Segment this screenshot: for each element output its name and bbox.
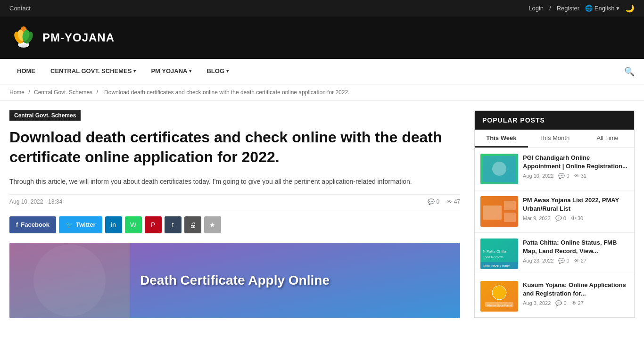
post-title: Kusum Yojana: Online Applications and Re… bbox=[523, 281, 628, 298]
article-area: Central Govt. Schemes Download death cer… bbox=[9, 110, 460, 318]
nav-central-schemes[interactable]: CENTRAL GOVT. SCHEMES ▾ bbox=[43, 59, 143, 84]
language-selector[interactable]: 🌐 English ▾ bbox=[585, 5, 619, 12]
post-comments: 💬 0 bbox=[555, 300, 566, 306]
breadcrumb-current: Download death certificates and check on… bbox=[104, 89, 349, 96]
post-meta: Aug 3, 2022 💬 0 👁 27 bbox=[523, 300, 628, 306]
site-header: PM-YOJANA bbox=[0, 16, 644, 59]
view-count: 👁 47 bbox=[446, 198, 460, 205]
nav-home[interactable]: HOME bbox=[9, 59, 43, 84]
article-intro: Through this article, we will inform you… bbox=[9, 176, 460, 187]
post-thumbnail bbox=[480, 196, 518, 227]
top-bar: Contact Login / Register 🌐 English ▾ 🌙 bbox=[0, 0, 644, 16]
dropdown-arrow-3: ▾ bbox=[226, 68, 229, 74]
category-badge[interactable]: Central Govt. Schemes bbox=[9, 110, 81, 121]
twitter-share-button[interactable]: 🐦 Twitter bbox=[59, 216, 102, 233]
svg-point-11 bbox=[492, 162, 506, 176]
article-meta: Aug 10, 2022 - 13:34 💬 0 👁 47 bbox=[9, 194, 460, 209]
facebook-share-button[interactable]: f Facebook bbox=[9, 216, 56, 233]
post-views: 👁 31 bbox=[574, 173, 586, 179]
post-meta: Aug 23, 2022 💬 0 👁 27 bbox=[523, 258, 628, 264]
bookmark-button[interactable]: ★ bbox=[204, 216, 221, 233]
breadcrumb-sep2: / bbox=[96, 89, 99, 96]
twitter-icon: 🐦 bbox=[66, 221, 73, 228]
post-title: PM Awas Yojana List 2022, PMAY Urban/Rur… bbox=[523, 196, 628, 213]
nav-blog[interactable]: BLOG ▾ bbox=[199, 59, 236, 84]
top-bar-right: Login / Register 🌐 English ▾ 🌙 bbox=[528, 4, 635, 13]
tab-this-week[interactable]: This Week bbox=[475, 130, 528, 148]
post-content: Kusum Yojana: Online Applications and Re… bbox=[523, 281, 628, 312]
comment-count: 💬 0 bbox=[428, 198, 439, 205]
pinterest-icon: P bbox=[151, 221, 155, 229]
print-icon: 🖨 bbox=[190, 221, 196, 229]
pinterest-share-button[interactable]: P bbox=[145, 216, 162, 233]
meta-right: 💬 0 👁 47 bbox=[428, 198, 460, 205]
svg-text:Tamil Nadu Online: Tamil Nadu Online bbox=[483, 264, 510, 268]
whatsapp-icon: W bbox=[130, 221, 136, 229]
logo[interactable]: PM-YOJANA bbox=[9, 24, 115, 52]
register-link[interactable]: Register bbox=[557, 5, 579, 12]
post-content: PGI Chandigarh Online Appointment | Onli… bbox=[523, 154, 628, 184]
facebook-icon: f bbox=[16, 221, 18, 228]
post-date: Mar 9, 2022 bbox=[523, 215, 551, 222]
post-date: Aug 10, 2022 bbox=[523, 173, 553, 179]
post-comments: 💬 0 bbox=[558, 173, 569, 179]
breadcrumb-sep1: / bbox=[28, 89, 32, 96]
login-link[interactable]: Login bbox=[528, 5, 544, 12]
svg-point-22 bbox=[492, 286, 506, 300]
post-comments: 💬 0 bbox=[555, 215, 566, 222]
popular-tabs: This Week This Month All Time bbox=[475, 130, 634, 148]
tumblr-share-button[interactable]: t bbox=[165, 216, 182, 233]
bookmark-icon: ★ bbox=[209, 221, 215, 229]
post-title: PGI Chandigarh Online Appointment | Onli… bbox=[523, 154, 628, 171]
popular-post-item[interactable]: Kusum Solar Panel Kusum Yojana: Online A… bbox=[475, 275, 634, 317]
popular-post-item[interactable]: PGI Chandigarh Online Appointment | Onli… bbox=[475, 148, 634, 190]
linkedin-share-button[interactable]: in bbox=[105, 216, 122, 233]
social-share: f Facebook 🐦 Twitter in W P t 🖨 bbox=[9, 216, 460, 233]
contact-link[interactable]: Contact bbox=[9, 5, 31, 12]
post-date: Aug 23, 2022 bbox=[523, 258, 553, 264]
popular-post-item[interactable]: N Patta Chitta Land Records Tamil Nadu O… bbox=[475, 233, 634, 275]
main-container: Central Govt. Schemes Download death cer… bbox=[0, 101, 644, 328]
linkedin-icon: in bbox=[111, 221, 116, 229]
breadcrumb-home[interactable]: Home bbox=[9, 89, 25, 96]
popular-posts-box: POPULAR POSTS This Week This Month All T… bbox=[474, 110, 635, 318]
main-nav: HOME CENTRAL GOVT. SCHEMES ▾ PM YOJANA ▾… bbox=[0, 59, 644, 84]
dropdown-arrow-2: ▾ bbox=[189, 68, 191, 74]
svg-text:Kusum Solar Panel: Kusum Solar Panel bbox=[487, 304, 512, 307]
post-thumbnail: N Patta Chitta Land Records Tamil Nadu O… bbox=[480, 239, 518, 269]
sidebar: POPULAR POSTS This Week This Month All T… bbox=[474, 110, 635, 318]
post-comments: 💬 0 bbox=[558, 258, 569, 264]
logo-text: PM-YOJANA bbox=[42, 31, 115, 44]
search-icon[interactable]: 🔍 bbox=[624, 66, 635, 77]
nav-links: HOME CENTRAL GOVT. SCHEMES ▾ PM YOJANA ▾… bbox=[9, 59, 236, 84]
breadcrumb: Home / Central Govt. Schemes / Download … bbox=[0, 84, 644, 101]
whatsapp-share-button[interactable]: W bbox=[125, 216, 142, 233]
image-text: Death Certificate Apply Online bbox=[131, 263, 339, 297]
svg-rect-14 bbox=[504, 201, 516, 210]
article-featured-image: Death Certificate Apply Online bbox=[9, 243, 460, 318]
nav-pm-yojana[interactable]: PM YOJANA ▾ bbox=[143, 59, 199, 84]
popular-post-item[interactable]: PM Awas Yojana List 2022, PMAY Urban/Rur… bbox=[475, 190, 634, 233]
post-views: 👁 30 bbox=[571, 215, 583, 222]
svg-text:Land Records: Land Records bbox=[483, 255, 504, 259]
logo-icon bbox=[9, 24, 38, 52]
post-content: Patta Chitta: Online Status, FMB Map, La… bbox=[523, 239, 628, 269]
image-background: Death Certificate Apply Online bbox=[9, 243, 460, 318]
svg-rect-15 bbox=[504, 213, 516, 222]
post-title: Patta Chitta: Online Status, FMB Map, La… bbox=[523, 239, 628, 255]
article-date: Aug 10, 2022 - 13:34 bbox=[9, 198, 62, 205]
post-date: Aug 3, 2022 bbox=[523, 300, 551, 306]
tab-this-month[interactable]: This Month bbox=[528, 130, 581, 148]
dropdown-arrow: ▾ bbox=[133, 68, 136, 74]
tumblr-icon: t bbox=[172, 221, 174, 229]
tab-all-time[interactable]: All Time bbox=[581, 130, 634, 148]
print-button[interactable]: 🖨 bbox=[184, 216, 201, 233]
dark-mode-toggle[interactable]: 🌙 bbox=[625, 4, 635, 13]
post-views: 👁 27 bbox=[574, 258, 586, 264]
post-thumbnail: Kusum Solar Panel bbox=[480, 281, 518, 312]
breadcrumb-section[interactable]: Central Govt. Schemes bbox=[34, 89, 92, 96]
post-thumbnail bbox=[480, 154, 518, 184]
separator: / bbox=[549, 5, 551, 12]
svg-rect-13 bbox=[483, 206, 502, 220]
article-title: Download death certificates and check on… bbox=[9, 128, 460, 167]
